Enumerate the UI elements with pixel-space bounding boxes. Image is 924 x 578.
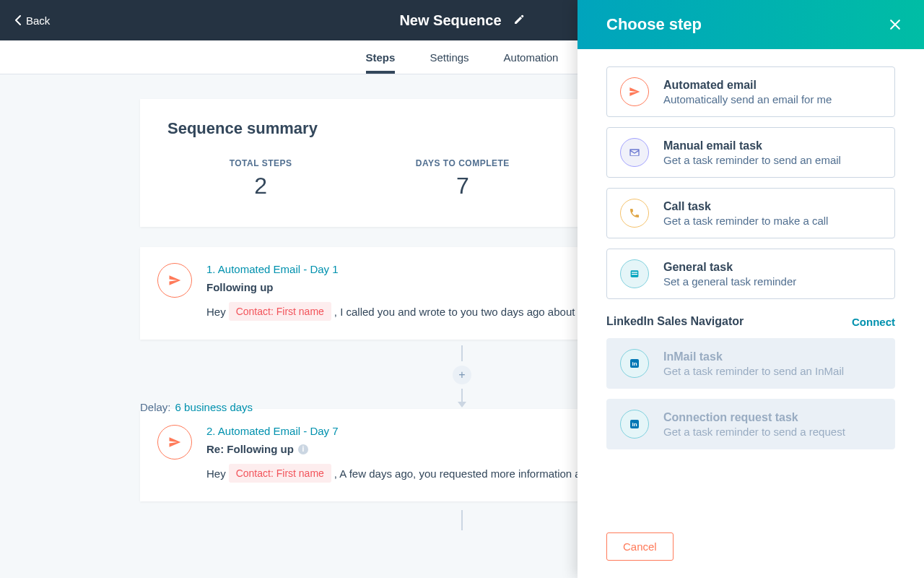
option-call-task[interactable]: Call task Get a task reminder to make a … — [606, 188, 895, 238]
delay-row: Delay: 6 business days — [140, 401, 253, 413]
stat-total-steps: TOTAL STEPS 2 — [230, 158, 292, 199]
stat-value: 2 — [230, 173, 292, 199]
merge-token: Contact: First name — [229, 302, 331, 321]
mail-icon — [620, 138, 649, 167]
stat-label: TOTAL STEPS — [230, 158, 292, 168]
option-inmail-task: in InMail task Get a task reminder to se… — [606, 338, 895, 389]
tab-automation[interactable]: Automation — [504, 40, 559, 74]
list-icon — [620, 259, 649, 288]
pencil-icon[interactable] — [513, 14, 525, 26]
option-manual-email[interactable]: Manual email task Get a task reminder to… — [606, 127, 895, 178]
tab-settings[interactable]: Settings — [430, 40, 468, 74]
preview-after: , A few days ago, you requested more inf… — [334, 467, 602, 480]
connect-link[interactable]: Connect — [852, 316, 895, 328]
tab-steps[interactable]: Steps — [366, 40, 396, 74]
preview-before: Hey — [206, 467, 226, 480]
panel-footer: Cancel — [578, 519, 924, 578]
arrow-down-icon — [458, 402, 466, 407]
option-automated-email[interactable]: Automated email Automatically send an em… — [606, 66, 895, 117]
page-title: New Sequence — [399, 12, 501, 29]
panel-header: Choose step — [578, 0, 924, 49]
back-button[interactable]: Back — [14, 14, 50, 27]
delay-label: Delay: — [140, 401, 171, 413]
add-step-button[interactable]: + — [453, 366, 471, 384]
send-icon — [620, 77, 649, 106]
option-title: Manual email task — [663, 139, 841, 152]
option-general-task[interactable]: General task Set a general task reminder — [606, 249, 895, 299]
option-desc: Get a task reminder to send an email — [663, 154, 841, 166]
back-label: Back — [26, 14, 50, 27]
choose-step-panel: Choose step Automated email Automaticall… — [578, 0, 924, 578]
option-title: Call task — [663, 200, 828, 213]
panel-title: Choose step — [606, 15, 702, 34]
linkedin-label: LinkedIn Sales Navigator — [606, 315, 744, 328]
stat-label: DAYS TO COMPLETE — [416, 158, 510, 168]
option-desc: Automatically send an email for me — [663, 93, 832, 105]
svg-text:in: in — [632, 361, 637, 367]
preview-after: , I called you and wrote to you two days… — [334, 306, 604, 318]
connector-line — [461, 510, 463, 530]
option-desc: Get a task reminder to send a request — [663, 426, 845, 438]
send-icon — [157, 263, 192, 298]
cancel-button[interactable]: Cancel — [606, 532, 674, 561]
option-title: Automated email — [663, 79, 832, 92]
option-title: General task — [663, 261, 796, 274]
chevron-left-icon — [14, 15, 22, 25]
option-title: InMail task — [663, 350, 844, 363]
stat-value: 7 — [416, 173, 510, 199]
option-desc: Set a general task reminder — [663, 275, 796, 288]
merge-token: Contact: First name — [229, 464, 331, 483]
connector-line — [461, 345, 463, 361]
close-icon[interactable] — [886, 16, 904, 33]
svg-rect-1 — [632, 272, 637, 272]
info-icon[interactable]: i — [298, 444, 308, 454]
linkedin-icon: in — [620, 349, 649, 378]
linkedin-section-header: LinkedIn Sales Navigator Connect — [606, 315, 895, 328]
panel-body: Automated email Automatically send an em… — [578, 49, 924, 519]
preview-before: Hey — [206, 306, 226, 318]
option-connection-request: in Connection request task Get a task re… — [606, 399, 895, 449]
linkedin-icon: in — [620, 410, 649, 439]
svg-text:in: in — [632, 421, 637, 428]
title-wrap: New Sequence — [399, 12, 524, 29]
option-title: Connection request task — [663, 411, 845, 424]
svg-rect-2 — [632, 274, 637, 275]
delay-value[interactable]: 6 business days — [175, 401, 253, 413]
send-icon — [157, 425, 192, 460]
option-desc: Get a task reminder to send an InMail — [663, 365, 844, 377]
stat-days: DAYS TO COMPLETE 7 — [416, 158, 510, 199]
option-desc: Get a task reminder to make a call — [663, 215, 828, 227]
phone-icon — [620, 199, 649, 228]
